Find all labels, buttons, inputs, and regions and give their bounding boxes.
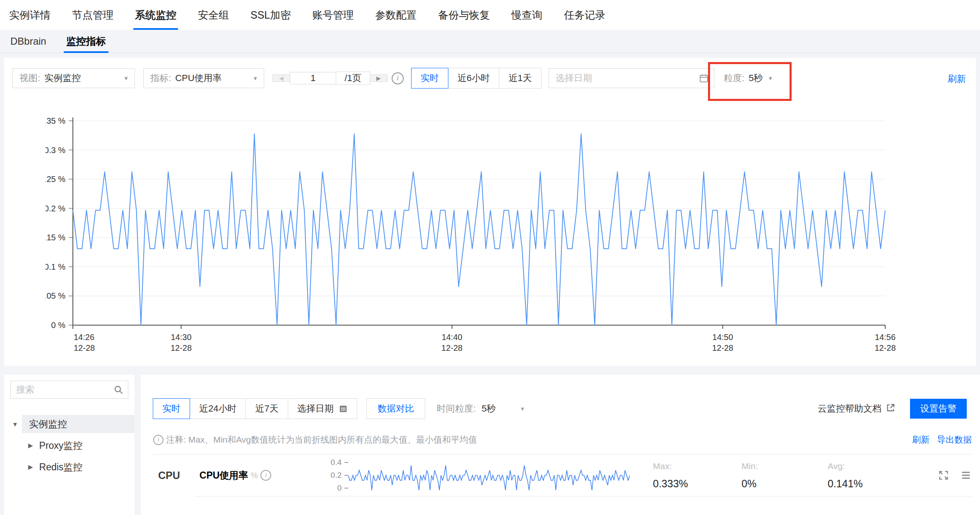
- m-range-btn-3[interactable]: 选择日期: [288, 398, 357, 419]
- export-data-link[interactable]: 导出数据: [937, 434, 972, 446]
- cloud-monitor-help-link[interactable]: 云监控帮助文档: [818, 398, 895, 419]
- top-tab-9[interactable]: 任务记录: [564, 0, 605, 30]
- metrics-time-range-group: 实时近24小时近7天选择日期: [153, 398, 357, 419]
- set-alarm-button[interactable]: 设置告警: [910, 399, 967, 419]
- tree-item-label: Proxy监控: [39, 439, 83, 452]
- caret-right-icon[interactable]: ▶: [28, 463, 33, 471]
- time-granularity-label: 时间粒度:: [437, 402, 476, 415]
- top-tab-1[interactable]: 节点管理: [72, 0, 113, 30]
- metrics-refresh-link[interactable]: 刷新: [912, 434, 929, 446]
- secondary-navigation: DBbrain监控指标: [0, 30, 980, 53]
- data-compare-button[interactable]: 数据对比: [366, 398, 425, 419]
- max-value: 0.333%: [653, 478, 742, 490]
- avg-label: Avg:: [828, 461, 935, 471]
- secondary-nav-tabs: DBbrain监控指标: [0, 30, 980, 53]
- svg-text:0.3 %: 0.3 %: [46, 146, 65, 155]
- note-row: i 注释: Max、Min和Avg数值统计为当前折线图内所有点的最大值、最小值和…: [153, 433, 972, 446]
- m-range-btn-0[interactable]: 实时: [153, 398, 190, 419]
- caret-down-icon[interactable]: ▼: [12, 421, 18, 428]
- metric-group-label: CPU: [158, 469, 200, 481]
- range-label: 选择日期: [297, 402, 334, 415]
- svg-text:14:50: 14:50: [713, 333, 733, 342]
- range-label: 近7天: [255, 402, 278, 415]
- caret-right-icon[interactable]: ▶: [28, 442, 33, 449]
- tree-item-1[interactable]: ▶Redis监控: [28, 458, 135, 476]
- spark-y-label: 0: [315, 484, 348, 493]
- top-tab-3[interactable]: 安全组: [198, 0, 229, 30]
- svg-text:12-28: 12-28: [441, 343, 462, 352]
- m-range-btn-2[interactable]: 近7天: [246, 398, 288, 419]
- metric-select[interactable]: 指标: CPU使用率 ▼: [143, 68, 264, 88]
- page-prev-button[interactable]: ◀: [272, 74, 290, 82]
- cpu-sparkline-chart: [348, 458, 630, 493]
- chevron-down-icon: ▼: [520, 406, 525, 412]
- spark-y-label: 0.4: [315, 458, 348, 467]
- page-total-label: /1页: [336, 72, 370, 85]
- pagination-info[interactable]: i: [392, 68, 404, 88]
- svg-text:14:40: 14:40: [442, 333, 462, 342]
- page-number-input[interactable]: [290, 72, 336, 84]
- top-tab-5[interactable]: 账号管理: [312, 0, 354, 30]
- time-granularity-select[interactable]: 时间粒度: 5秒 ▼: [437, 398, 525, 419]
- top-tab-0[interactable]: 实例详情: [9, 0, 51, 30]
- tree-item-label: 实例监控: [29, 418, 67, 431]
- granularity-label: 粒度:: [724, 72, 744, 84]
- date-input[interactable]: [549, 69, 697, 88]
- top-tab-8[interactable]: 慢查询: [511, 0, 542, 30]
- svg-text:0 %: 0 %: [51, 321, 66, 330]
- chart-refresh-link[interactable]: 刷新: [948, 73, 966, 85]
- tree-item-0[interactable]: ▶Proxy监控: [28, 436, 135, 455]
- chevron-down-icon: ▼: [768, 75, 773, 81]
- page-next-button[interactable]: ▶: [370, 74, 388, 82]
- info-icon: i: [392, 72, 404, 84]
- svg-text:12-28: 12-28: [74, 343, 95, 352]
- sparkline-y-labels: 0.40.20: [315, 458, 348, 493]
- svg-text:14:26: 14:26: [74, 333, 94, 342]
- sub-tab-1[interactable]: 监控指标: [66, 30, 106, 53]
- stat-min: Min: 0%: [742, 461, 828, 490]
- search-icon[interactable]: [113, 385, 124, 397]
- metrics-panel: 实时近24小时近7天选择日期 数据对比 时间粒度: 5秒 ▼ 云监控帮助文档 设…: [141, 375, 980, 515]
- max-label: Max:: [653, 461, 742, 471]
- top-tab-4[interactable]: SSL加密: [250, 0, 291, 30]
- date-picker[interactable]: [549, 68, 714, 88]
- min-value: 0%: [742, 478, 828, 490]
- calendar-icon: [699, 73, 709, 86]
- top-tab-7[interactable]: 备份与恢复: [438, 0, 490, 30]
- sidebar-search: [10, 381, 128, 399]
- time-range-group: 实时近6小时近1天: [412, 68, 542, 88]
- top-tab-6[interactable]: 参数配置: [375, 0, 417, 30]
- search-input[interactable]: [11, 381, 112, 398]
- range-label: 实时: [162, 402, 181, 415]
- range-label: 近1天: [508, 72, 532, 84]
- range-label: 实时: [421, 72, 439, 84]
- chart-pagination: ◀ /1页 ▶: [272, 68, 388, 88]
- top-tab-2[interactable]: 系统监控: [135, 0, 176, 30]
- svg-text:0.05 %: 0.05 %: [46, 291, 65, 300]
- cpu-usage-line-chart: 0.35 %0.3 %0.25 %0.2 %0.15 %0.1 %0.05 %0…: [46, 116, 903, 356]
- view-select[interactable]: 视图: 实例监控 ▼: [12, 68, 135, 88]
- min-label: Min:: [742, 461, 828, 471]
- monitor-sidebar: ▼实例监控▶Proxy监控▶Redis监控: [4, 375, 135, 515]
- external-link-icon: [886, 403, 895, 415]
- spark-y-label: 0.2: [315, 471, 348, 480]
- metric-unit: %: [250, 471, 258, 480]
- top-range-btn-2[interactable]: 近1天: [499, 68, 541, 89]
- sub-tab-0[interactable]: DBbrain: [10, 30, 46, 53]
- top-navigation: 实例详情节点管理系统监控安全组SSL加密账号管理参数配置备份与恢复慢查询任务记录: [0, 0, 980, 30]
- top-range-btn-0[interactable]: 实时: [411, 68, 448, 89]
- svg-text:14:30: 14:30: [171, 333, 192, 342]
- svg-text:12-28: 12-28: [712, 343, 733, 352]
- m-range-btn-1[interactable]: 近24小时: [190, 398, 246, 419]
- chevron-down-icon: ▼: [253, 75, 258, 81]
- granularity-select[interactable]: 粒度: 5秒 ▼: [724, 68, 773, 88]
- stat-avg: Avg: 0.141%: [828, 461, 935, 490]
- svg-text:14:56: 14:56: [875, 333, 896, 342]
- svg-text:12-28: 12-28: [171, 343, 192, 352]
- tree-item-instance-monitor[interactable]: ▼实例监控: [22, 415, 135, 433]
- menu-icon[interactable]: [960, 469, 972, 481]
- top-range-btn-1[interactable]: 近6小时: [448, 68, 499, 89]
- info-icon[interactable]: i: [260, 470, 271, 481]
- row-icons: [938, 469, 972, 481]
- fullscreen-icon[interactable]: [938, 469, 949, 481]
